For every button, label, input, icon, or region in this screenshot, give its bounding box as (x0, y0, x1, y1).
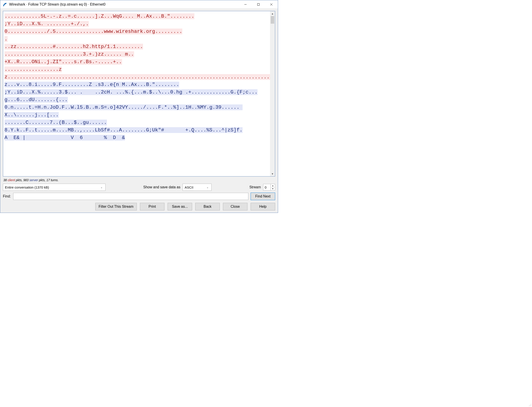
find-label: Find: (3, 194, 11, 198)
conversation-selector[interactable]: Entire conversation (1370 kB) ⌄ (3, 184, 106, 191)
server-bytes: 0.n.....t.=H.n.JoD.F..W.l5.B..m.S=.o]42V… (4, 104, 243, 118)
client-bytes: . (4, 36, 8, 42)
client-bytes: ..zz............#.........h2.http/1.1...… (4, 44, 143, 49)
window-title: Wireshark · Follow TCP Stream (tcp.strea… (9, 2, 239, 7)
client-bytes: ;Y..iD...X.%. ........+./.,. (4, 21, 89, 27)
client-bytes: 0............./.5................www.wir… (4, 29, 182, 34)
stream-number-spinner[interactable]: ▲ ▼ (263, 184, 275, 191)
maximize-button[interactable] (252, 0, 265, 9)
spin-down-icon[interactable]: ▼ (271, 188, 275, 191)
minimize-button[interactable] (239, 0, 252, 9)
stream-number-label: Stream (249, 185, 261, 189)
vertical-scrollbar[interactable]: ▲ ▼ (270, 11, 275, 176)
server-bytes: A E& | V 6 % D & (4, 135, 125, 141)
stream-number-input[interactable] (263, 184, 270, 190)
server-bytes: .......C.......7..(B...$..gu...... (4, 120, 107, 125)
chevron-down-icon: ⌄ (205, 186, 210, 189)
find-input[interactable] (13, 193, 248, 200)
client-bytes: ..................zz....................… (4, 66, 270, 80)
svg-rect-1 (258, 3, 259, 5)
filter-out-stream-button[interactable]: Filter Out This Stream (95, 203, 137, 211)
wireshark-fin-icon (2, 2, 7, 7)
print-button[interactable]: Print (140, 203, 164, 211)
scroll-down-icon[interactable]: ▼ (270, 171, 275, 176)
client-bytes: +X..R....ONi..j.ZI"....s.r.Bs.-.....+.. (4, 59, 122, 65)
client-bytes: ............5L-.-.z..=.c......].Z...WqG.… (4, 13, 194, 19)
show-save-label: Show and save data as (143, 185, 180, 189)
server-bytes: ;Y..iD...X.%......3.$... . ..2cH. ...%.{… (4, 89, 258, 103)
server-bytes: 8.Y.k..F..t.....m....MB..,....LbSf#...A.… (4, 127, 243, 133)
scroll-up-icon[interactable]: ▲ (270, 11, 275, 16)
spin-up-icon[interactable]: ▲ (271, 184, 275, 188)
titlebar: Wireshark · Follow TCP Stream (tcp.strea… (0, 0, 278, 9)
client-bytes: ..........................3.+.)zz...... … (4, 51, 134, 57)
close-button[interactable]: Close (223, 203, 248, 211)
close-window-button[interactable] (265, 0, 278, 9)
stream-text-area[interactable]: ............5L-.-.z..=.c......].Z...WqG.… (3, 11, 275, 177)
data-format-selector[interactable]: ASCII ⌄ (182, 184, 211, 191)
chevron-down-icon: ⌄ (100, 186, 103, 189)
back-button[interactable]: Back (195, 203, 220, 211)
save-as-button[interactable]: Save as... (168, 203, 192, 211)
find-next-button[interactable]: Find Next (250, 193, 275, 200)
help-button[interactable]: Help (250, 203, 275, 211)
packet-stats-label: 38 client pkts, 983 server pkts, 17 turn… (3, 178, 275, 182)
scroll-thumb[interactable] (271, 16, 274, 24)
